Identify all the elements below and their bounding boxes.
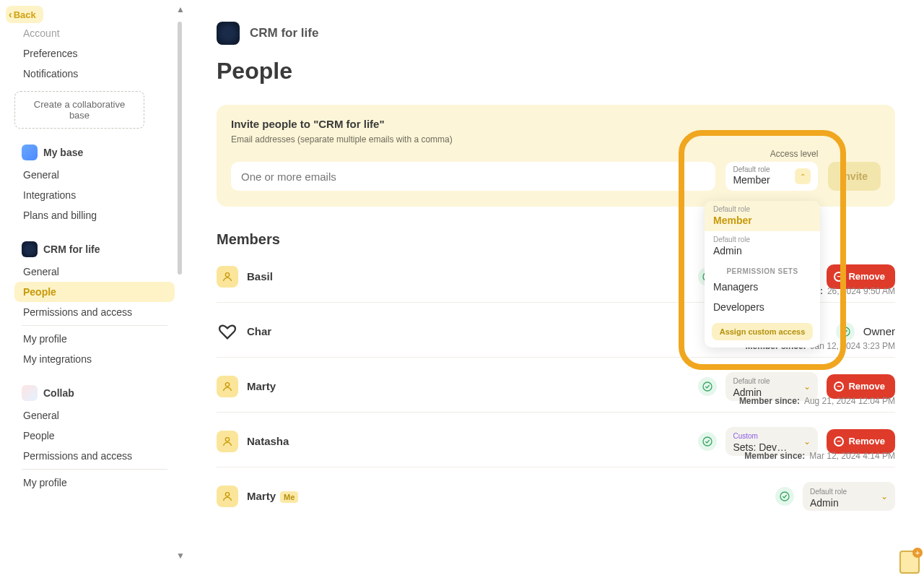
remove-label: Remove	[848, 436, 885, 447]
workspace-name: CRM for life	[250, 26, 318, 40]
dropdown-set-managers[interactable]: Managers	[705, 277, 820, 297]
clipboard-icon[interactable]: +	[899, 551, 920, 574]
owner-label: Owner	[863, 325, 895, 337]
role-select[interactable]: Default roleAdmin⌄	[803, 482, 895, 511]
verified-icon	[698, 432, 717, 451]
member-name: Char	[247, 325, 271, 337]
chevron-down-icon: ⌄	[803, 436, 811, 447]
mybase-icon	[22, 144, 38, 160]
create-base-button[interactable]: Create a collaborative base	[14, 91, 144, 129]
minus-circle-icon: −	[834, 436, 844, 447]
dropdown-small: Default role	[713, 205, 811, 214]
sidebar-item-general[interactable]: General	[14, 165, 175, 185]
svg-point-7	[225, 493, 229, 496]
role-small-label: Custom	[733, 432, 757, 440]
member-name: Basil	[247, 270, 273, 282]
crm-icon	[22, 241, 38, 257]
sidebar-item-notifications[interactable]: Notifications	[14, 64, 175, 84]
chevron-left-icon: ‹	[9, 9, 12, 20]
sidebar-group-mybase[interactable]: My base	[14, 139, 175, 165]
sidebar-group-label: My base	[43, 147, 83, 158]
dropdown-sets-header: PERMISSION SETS	[705, 262, 820, 277]
sidebar-item-plans[interactable]: Plans and billing	[14, 205, 175, 225]
minus-circle-icon: −	[834, 272, 844, 282]
remove-button[interactable]: −Remove	[827, 429, 895, 454]
sidebar: ▲ ▼ Account Preferences Notifications Cr…	[0, 0, 180, 578]
assign-custom-access-button[interactable]: Assign custom access	[712, 323, 813, 340]
verified-icon	[775, 487, 794, 506]
member-since: Member since:Aug 21, 2024 12:04 PM	[739, 396, 895, 406]
divider	[22, 325, 167, 326]
sidebar-item-myprofile[interactable]: My profile	[14, 473, 175, 493]
invite-title: Invite people to "CRM for life"	[231, 118, 881, 130]
member-name: Marty	[247, 490, 276, 502]
sidebar-item-general[interactable]: General	[14, 262, 175, 282]
user-avatar-icon	[217, 376, 238, 397]
minus-circle-icon: −	[834, 381, 844, 392]
dropdown-set-developers[interactable]: Developers	[705, 297, 820, 317]
sidebar-item-myprofile[interactable]: My profile	[14, 329, 175, 349]
chevron-up-icon: ⌃	[795, 168, 811, 184]
role-small-label: Default role	[810, 488, 847, 496]
member-row: NatashaCustomSets: Devel…⌄−RemoveMember …	[217, 413, 895, 467]
user-avatar-icon	[217, 266, 238, 288]
sidebar-item-people[interactable]: People	[14, 426, 175, 446]
access-level-label: Access level	[725, 149, 818, 159]
invite-button[interactable]: Invite	[828, 162, 881, 191]
dropdown-option-member[interactable]: Default role Member	[705, 201, 820, 231]
role-small-label: Default role	[733, 377, 770, 385]
svg-point-2	[841, 327, 850, 336]
invite-panel: Invite people to "CRM for life" Email ad…	[217, 105, 895, 207]
role-value: Member	[733, 174, 770, 186]
sidebar-group-crm[interactable]: CRM for life	[14, 236, 175, 262]
sidebar-group-label: Collab	[43, 387, 74, 399]
plus-badge-icon: +	[912, 548, 923, 558]
role-dropdown: Default role Member Default role Admin P…	[705, 201, 820, 348]
dropdown-small: Default role	[713, 236, 811, 244]
member-since: Member since:Mar 12, 2024 4:14 PM	[744, 451, 895, 461]
chevron-down-icon: ⌄	[881, 491, 888, 501]
svg-point-4	[703, 382, 712, 391]
sidebar-group-collab[interactable]: Collab	[14, 379, 175, 405]
back-label: Back	[14, 9, 36, 20]
heart-avatar-icon	[217, 321, 238, 342]
remove-label: Remove	[848, 381, 885, 392]
remove-button[interactable]: −Remove	[827, 374, 895, 399]
page-title: People	[217, 58, 895, 85]
remove-button[interactable]: −Remove	[827, 264, 895, 289]
sidebar-item-integrations[interactable]: Integrations	[14, 185, 175, 205]
back-button[interactable]: ‹ Back	[6, 6, 43, 23]
sidebar-group-label: CRM for life	[43, 243, 100, 255]
email-input[interactable]	[231, 162, 715, 191]
chevron-down-icon: ⌄	[803, 381, 811, 392]
access-level-select[interactable]: Default role Member ⌃	[725, 162, 818, 191]
invite-hint: Email addresses (separate multiple email…	[231, 134, 881, 144]
svg-point-5	[225, 437, 229, 441]
svg-point-0	[225, 272, 229, 276]
user-avatar-icon	[217, 431, 238, 452]
svg-point-8	[780, 492, 789, 501]
me-badge: Me	[280, 491, 298, 503]
role-small-label: Default role	[733, 166, 770, 173]
sidebar-item-people[interactable]: People	[14, 282, 175, 302]
sidebar-item-account[interactable]: Account	[14, 23, 175, 43]
sidebar-item-permissions[interactable]: Permissions and access	[14, 302, 175, 322]
sidebar-item-myintegrations[interactable]: My integrations	[14, 349, 175, 369]
collab-icon	[22, 385, 38, 401]
svg-point-3	[225, 382, 229, 386]
user-avatar-icon	[217, 486, 238, 507]
member-name: Marty	[247, 380, 276, 392]
workspace-icon	[217, 22, 240, 45]
remove-label: Remove	[848, 271, 885, 282]
verified-icon	[698, 377, 717, 396]
dropdown-option-admin[interactable]: Default role Admin	[705, 231, 820, 262]
verified-icon	[836, 322, 855, 341]
member-row: MartyMeDefault roleAdmin⌄	[217, 467, 895, 522]
sidebar-item-permissions[interactable]: Permissions and access	[14, 446, 175, 466]
dropdown-value: Member	[713, 215, 752, 226]
sidebar-item-preferences[interactable]: Preferences	[14, 43, 175, 64]
sidebar-item-general[interactable]: General	[14, 405, 175, 426]
divider	[22, 469, 167, 470]
member-row: MartyDefault roleAdmin⌄−RemoveMember sin…	[217, 358, 895, 413]
member-name: Natasha	[247, 435, 289, 447]
